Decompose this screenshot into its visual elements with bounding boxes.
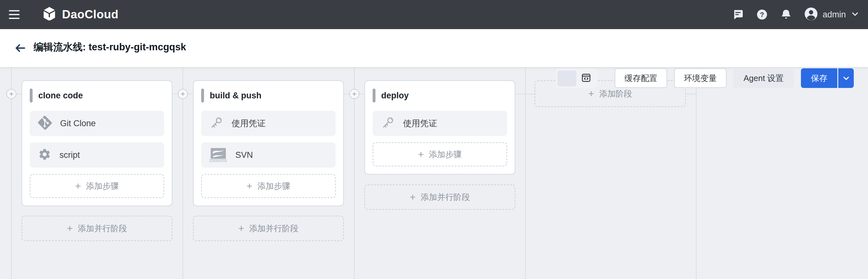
stage-grab-bar [30, 89, 33, 102]
step-svn[interactable]: SUBVERSION SVN [201, 142, 336, 168]
step-label: script [59, 150, 80, 160]
add-parallel-stage-button[interactable]: + 添加并行阶段 [22, 216, 173, 241]
step-script[interactable]: script [30, 142, 164, 168]
plus-icon: + [67, 223, 73, 234]
stage-header[interactable]: clone code [30, 89, 164, 102]
username: admin [823, 10, 846, 20]
stage-name: clone code [38, 91, 83, 101]
svn-caption: SUBVERSION [209, 159, 227, 162]
column-divider-line [525, 67, 526, 279]
step-credentials[interactable]: 使用凭证 [373, 111, 507, 136]
step-label: SVN [235, 150, 253, 160]
stage-card-clone-code[interactable]: clone code Git Clone script [22, 80, 173, 206]
save-split-button: 保存 [801, 68, 854, 88]
top-navbar: DaoCloud ? [0, 0, 868, 29]
page-title: 编辑流水线: test-ruby-git-mcgqsk [34, 40, 186, 54]
stage-card-deploy[interactable]: deploy 使用凭证 + 添加步骤 [364, 80, 515, 175]
code-view-toggle[interactable] [576, 70, 596, 86]
pipeline-editor-page: DaoCloud ? [0, 0, 868, 279]
stage-header[interactable]: deploy [373, 89, 507, 102]
step-label: 使用凭证 [403, 118, 437, 129]
plus-icon: + [238, 223, 244, 234]
step-label: Git Clone [60, 119, 96, 128]
add-parallel-stage-button[interactable]: + 添加并行阶段 [364, 184, 515, 210]
svg-text:?: ? [760, 11, 764, 19]
plus-icon: + [246, 181, 252, 191]
add-parallel-stage-button[interactable]: + 添加并行阶段 [193, 216, 344, 241]
navbar-right: ? admin [732, 0, 860, 29]
key-icon [209, 116, 223, 131]
stage-grab-bar [373, 89, 375, 102]
stage-header[interactable]: build & push [201, 89, 336, 102]
gear-icon [38, 148, 51, 162]
env-vars-button[interactable]: 环境变量 [674, 68, 726, 88]
avatar-icon [804, 7, 818, 22]
plus-icon: + [588, 89, 594, 99]
user-menu[interactable]: admin [804, 7, 860, 22]
key-icon [381, 116, 395, 131]
page-header: 编辑流水线: test-ruby-git-mcgqsk 缓存配置 环境变量 Ag… [0, 29, 868, 67]
code-view-icon [581, 73, 591, 84]
insert-stage-button[interactable]: + [349, 89, 359, 99]
chevron-down-icon [850, 9, 860, 20]
insert-stage-button[interactable]: + [6, 89, 17, 99]
connector-line [515, 94, 535, 94]
save-button[interactable]: 保存 [801, 68, 837, 88]
agent-settings-button[interactable]: Agent 设置 [733, 68, 794, 88]
plus-icon: + [410, 192, 416, 202]
add-step-button[interactable]: + 添加步骤 [30, 174, 164, 198]
column-divider-line [696, 67, 696, 279]
svn-icon: SUBVERSION [209, 148, 227, 162]
chat-icon[interactable] [732, 8, 744, 21]
brand: DaoCloud [42, 0, 119, 29]
bell-icon[interactable] [780, 8, 792, 21]
view-toggle [555, 69, 598, 88]
plus-icon: + [418, 149, 424, 159]
stage-grab-bar [201, 89, 204, 102]
back-button[interactable] [14, 42, 27, 54]
daocloud-logo-icon [42, 6, 57, 23]
add-step-button[interactable]: + 添加步骤 [373, 142, 507, 166]
save-dropdown-button[interactable] [838, 68, 854, 88]
git-icon [38, 116, 52, 131]
cache-config-button[interactable]: 缓存配置 [615, 68, 667, 88]
connector-line [686, 94, 696, 94]
step-git-clone[interactable]: Git Clone [30, 111, 164, 136]
brand-name: DaoCloud [62, 8, 119, 21]
plus-icon: + [75, 181, 81, 191]
add-step-button[interactable]: + 添加步骤 [201, 174, 336, 198]
insert-stage-button[interactable]: + [178, 89, 188, 99]
step-credentials[interactable]: 使用凭证 [201, 111, 336, 136]
stage-name: build & push [210, 91, 261, 101]
help-icon[interactable]: ? [756, 8, 768, 21]
stage-card-build-push[interactable]: build & push 使用凭证 [193, 80, 344, 206]
stage-name: deploy [381, 91, 409, 101]
form-view-toggle[interactable] [557, 70, 576, 86]
menu-icon[interactable] [9, 9, 20, 20]
pipeline-canvas: + + + clone code Git Clone [0, 67, 868, 279]
step-label: 使用凭证 [231, 118, 266, 129]
